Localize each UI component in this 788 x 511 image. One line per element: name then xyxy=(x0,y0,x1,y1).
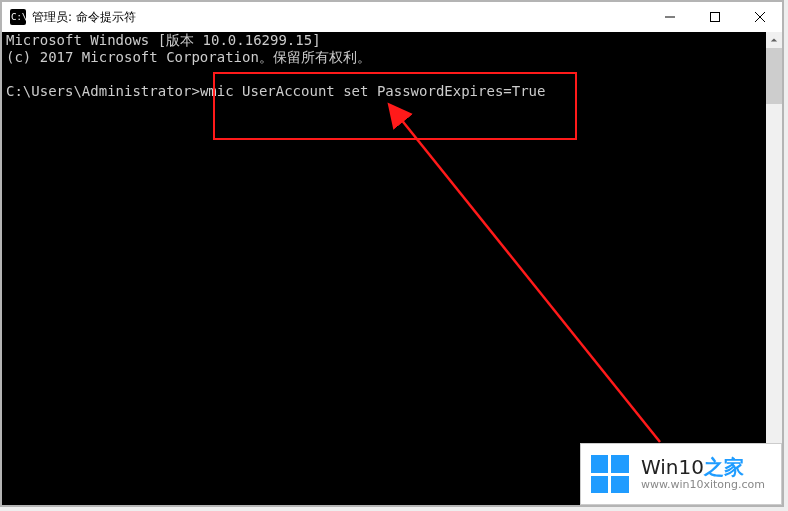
window-controls xyxy=(647,2,782,32)
console-command: wmic UserAccount set PasswordExpires=Tru… xyxy=(200,83,546,99)
chevron-up-icon xyxy=(770,36,778,44)
svg-rect-1 xyxy=(710,13,719,22)
watermark-url: www.win10xitong.com xyxy=(641,479,765,492)
console-line: Microsoft Windows [版本 10.0.16299.15] xyxy=(6,32,321,48)
scroll-up-button[interactable] xyxy=(766,32,782,48)
console-body[interactable]: Microsoft Windows [版本 10.0.16299.15] (c)… xyxy=(2,32,782,505)
minimize-icon xyxy=(665,12,675,22)
close-button[interactable] xyxy=(737,2,782,32)
window-frame: 管理员: 命令提示符 Microsoft Windows [版本 10.0.16… xyxy=(0,0,784,507)
scroll-thumb[interactable] xyxy=(766,48,782,104)
minimize-button[interactable] xyxy=(647,2,692,32)
windows-logo-icon xyxy=(591,455,629,493)
title-bar[interactable]: 管理员: 命令提示符 xyxy=(2,2,782,33)
close-icon xyxy=(755,12,765,22)
watermark-brand: Win10之家 xyxy=(641,456,765,479)
watermark: Win10之家 www.win10xitong.com xyxy=(580,443,782,505)
console-line: (c) 2017 Microsoft Corporation。保留所有权利。 xyxy=(6,49,371,65)
cmd-icon xyxy=(10,9,26,25)
window-title: 管理员: 命令提示符 xyxy=(32,9,136,26)
maximize-button[interactable] xyxy=(692,2,737,32)
vertical-scrollbar[interactable] xyxy=(766,32,782,505)
watermark-text: Win10之家 www.win10xitong.com xyxy=(641,456,765,492)
maximize-icon xyxy=(710,12,720,22)
console-prompt: C:\Users\Administrator> xyxy=(6,83,200,99)
